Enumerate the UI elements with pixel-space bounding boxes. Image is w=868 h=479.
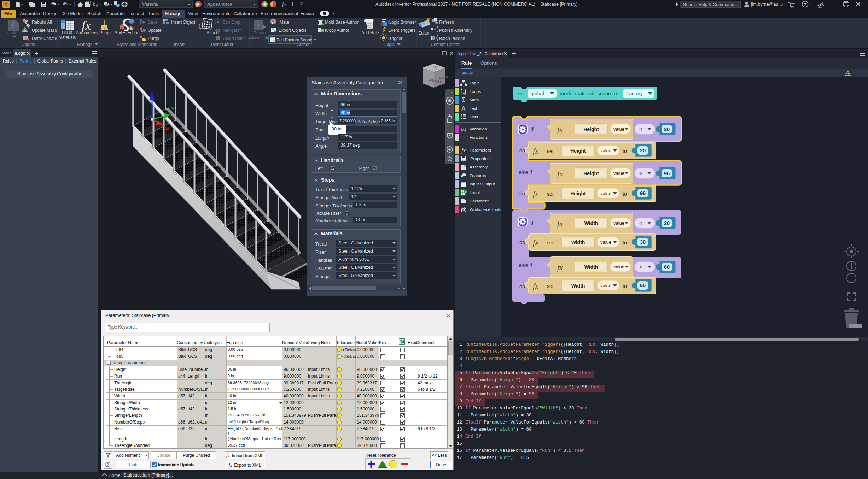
svg-text:if: if [531,126,534,132]
svg-text:Bill of: Bill of [62,30,72,35]
svg-text:20: 20 [664,126,670,132]
svg-text:iLogic Browser: iLogic Browser [388,20,416,25]
svg-text:X: X [165,126,169,132]
svg-text:iLogic: iLogic [383,42,394,47]
svg-text:Update: Update [7,30,21,35]
svg-text:Mold Base Author: Mold Base Author [325,20,359,25]
svg-text:if: if [531,220,534,226]
svg-text:B: B [465,190,466,193]
svg-text:60: 60 [664,264,670,270]
svg-text:Content Center: Content Center [431,42,459,47]
svg-text:>: > [639,171,642,176]
svg-text:value: value [600,240,611,245]
svg-text:Refresh: Refresh [439,20,454,25]
svg-text:Σ: Σ [462,96,465,104]
svg-text:Styles Editor: Styles Editor [115,30,138,35]
svg-text:Box Crop: Box Crop [223,20,240,25]
svg-text:fx: fx [557,169,563,178]
svg-text:value: value [613,171,624,176]
svg-text:Width: Width [584,220,598,226]
svg-text:Update: Update [22,42,35,47]
svg-text:fx: fx [557,125,563,134]
svg-text:96: 96 [664,171,670,176]
svg-text:{ }: { } [461,135,466,140]
svg-text:Search Help & Commands...: Search Help & Commands... [683,2,739,7]
svg-text:?: ? [804,2,806,7]
svg-text:30: 30 [664,220,670,226]
svg-text:iMate: iMate [279,20,289,25]
svg-text:to: to [623,283,627,289]
svg-text:20: 20 [640,148,646,153]
svg-text:A: A [461,105,466,112]
svg-text:Insert Object: Insert Object [171,20,196,25]
svg-text:i: i [257,21,259,28]
svg-text:to: to [623,240,627,246]
svg-text:iTrigger: iTrigger [388,36,402,41]
svg-text:to: to [623,148,627,154]
svg-text:do: do [519,148,525,153]
svg-text:value: value [600,283,611,288]
svg-text:jim.byrne@au...: jim.byrne@au... [751,2,782,7]
svg-text:Purge: Purge [99,30,111,35]
svg-text:fx: fx [533,282,538,290]
svg-text:Add Rule: Add Rule [361,30,379,35]
svg-text:fx: fx [533,238,538,247]
svg-text:Insert: Insert [174,42,185,47]
svg-text:model state edit scope to: model state edit scope to [560,91,617,96]
svg-text:iAssembly: iAssembly [250,36,269,40]
svg-text:Appearance: Appearance [207,1,232,7]
svg-text:set: set [547,240,554,246]
svg-text:60: 60 [640,283,646,288]
svg-text:Material: Material [142,1,158,7]
svg-text:Width: Width [584,264,598,270]
svg-text:Point Cloud: Point Cloud [211,42,233,47]
svg-text:Editor: Editor [418,31,429,36]
svg-text:else if: else if [519,262,532,268]
svg-text:Manage: Manage [77,42,93,47]
svg-text:value: value [600,148,611,153]
svg-text:?: ? [107,463,109,466]
svg-text:else if: else if [519,170,532,175]
svg-text:<: < [639,126,642,132]
svg-text:do: do [519,240,525,245]
svg-text:30: 30 [640,239,646,245]
svg-text:fx: fx [533,189,538,198]
svg-text:Height: Height [570,148,586,154]
svg-text:set: set [547,191,554,197]
svg-text:value: value [613,264,624,270]
svg-text:Purge: Purge [148,36,159,41]
svg-text:Y: Y [171,106,175,112]
svg-text:Factory: Factory [626,91,643,96]
svg-text:fx: fx [282,1,286,7]
svg-text:Navigator: Navigator [223,28,241,33]
svg-text:(x): (x) [461,126,466,132]
svg-text:Update: Update [148,28,162,33]
svg-text:Materials: Materials [59,35,76,40]
svg-text:Cloud Point: Cloud Point [223,36,245,41]
svg-text:Create: Create [254,31,266,35]
svg-text:96: 96 [640,190,646,196]
svg-text:do: do [519,284,525,289]
svg-text:Update Mass: Update Mass [32,28,57,33]
svg-text:set: set [518,91,525,96]
svg-text:Author: Author [297,42,309,47]
svg-text:Width: Width [571,240,585,245]
svg-text:>: > [639,264,642,270]
svg-text:Batch Publish: Batch Publish [439,36,465,41]
svg-text:do: do [519,191,525,196]
svg-text:fx: fx [557,219,563,228]
svg-text:Event Triggers: Event Triggers [388,28,415,33]
svg-text:value: value [600,191,611,196]
svg-text:Rebuild All: Rebuild All [32,20,52,25]
svg-text:Parameters: Parameters [76,30,98,35]
svg-text:Save: Save [148,20,158,25]
svg-text:iCopy Author: iCopy Author [325,28,349,33]
svg-text:value: value [613,126,624,132]
svg-text:fx: fx [557,263,563,272]
svg-text:Styles and Standards: Styles and Standards [117,42,157,47]
svg-text:fx: fx [461,147,466,154]
svg-text:Defer Update: Defer Update [32,36,57,41]
svg-text:Export Objects: Export Objects [279,28,307,33]
svg-text:Width: Width [571,283,585,289]
svg-text:value: value [613,220,624,226]
